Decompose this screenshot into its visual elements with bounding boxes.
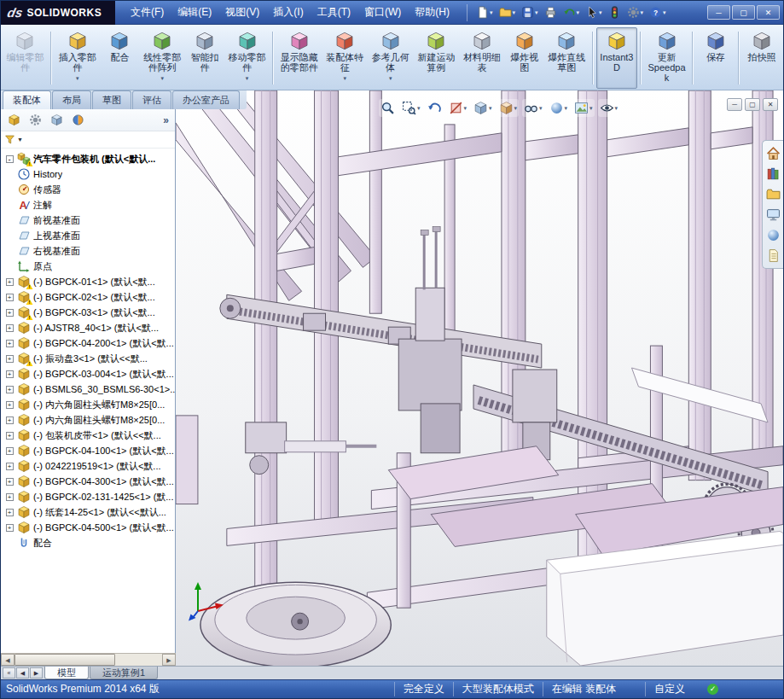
tree-item[interactable]: 原点 — [3, 259, 175, 274]
tree-item[interactable]: + (-) AJSTR8_40<1> (默认<默... — [3, 320, 175, 335]
expand-toggle[interactable]: + — [6, 493, 14, 501]
tree-item[interactable]: + (-) BGPCK-04-300<1> (默认<默... — [3, 474, 175, 489]
filter-funnel-icon[interactable] — [4, 134, 15, 145]
tree-item[interactable]: + (-) 内六角圆柱头螺钉M8×25[0... — [3, 397, 175, 412]
tree-item[interactable]: + (-) BGPCK-02<1> (默认<默... — [3, 289, 175, 305]
previous-view-icon[interactable]: ▾ — [426, 99, 444, 117]
tab-scroll-left-button[interactable]: ◀ — [16, 667, 29, 679]
ribbon-button[interactable]: 新建运动算例 ▾ — [414, 27, 460, 89]
command-tab[interactable]: 评估 — [132, 90, 171, 109]
help-icon[interactable]: ▾ — [648, 4, 668, 21]
tree-item[interactable]: + (-) BGPCK-04-500<1> (默认<默... — [3, 520, 175, 535]
menu-item[interactable]: 编辑(E) — [171, 3, 218, 22]
tab-scroll-first-button[interactable]: « — [3, 667, 15, 679]
tree-item[interactable]: 上视基准面 — [3, 228, 175, 243]
tree-item[interactable]: + (-) BGPCK-04-200<1> (默认<默... — [3, 335, 175, 351]
expand-toggle[interactable]: + — [6, 324, 14, 332]
zoom-fit-icon[interactable]: ▾ — [379, 99, 397, 117]
rebuild-icon[interactable]: ▾ — [607, 4, 623, 21]
solidworks-resources-icon[interactable] — [766, 146, 781, 160]
expand-toggle[interactable]: + — [6, 416, 14, 424]
ribbon-button[interactable]: 参考几何体 ▾ — [368, 27, 414, 89]
custom-properties-icon[interactable] — [766, 248, 781, 263]
tree-item[interactable]: 注解 — [3, 197, 175, 213]
file-explorer-icon[interactable] — [766, 187, 781, 201]
close-button[interactable]: ✕ — [757, 5, 780, 20]
model-tab[interactable]: 模型 — [44, 667, 89, 679]
ribbon-button[interactable]: Instant3D ▾ — [596, 27, 637, 89]
command-tab[interactable]: 办公室产品 — [172, 90, 240, 109]
model-tab[interactable]: 运动算例1 — [90, 667, 158, 679]
expand-toggle[interactable]: + — [6, 432, 14, 440]
maximize-button[interactable]: ▢ — [732, 5, 755, 20]
menu-item[interactable]: 工具(T) — [311, 3, 357, 22]
dimxpert-manager-tab-icon[interactable] — [68, 112, 87, 129]
new-document-icon[interactable]: ▾ — [474, 4, 495, 21]
tree-item[interactable]: + (-) BGPCK-03-004<1> (默认<默... — [3, 366, 175, 382]
output-box[interactable] — [547, 487, 783, 666]
tree-item[interactable]: + (-) 包装机皮带<1> (默认<<默... — [3, 428, 175, 443]
ribbon-button[interactable]: 配合 ▾ — [100, 27, 139, 89]
ribbon-button[interactable]: 插入零部件 ▾ — [55, 27, 101, 89]
scroll-track[interactable] — [115, 654, 162, 666]
3d-model-view[interactable] — [176, 90, 783, 666]
tree-item[interactable]: + (-) BGPCK-04-100<1> (默认<默... — [3, 443, 175, 458]
ribbon-button[interactable]: 显示隐藏的零部件 ▾ — [276, 27, 322, 89]
tree-item[interactable]: + (-) 0242219519<1> (默认<默... — [3, 458, 175, 474]
expand-toggle[interactable]: + — [6, 340, 14, 347]
tab-scroll-right-button[interactable]: ▶ — [30, 667, 43, 679]
ribbon-button[interactable]: 保存 ▾ — [696, 27, 735, 89]
ribbon-button[interactable]: 线性零部件阵列 ▾ — [139, 27, 185, 89]
menu-item[interactable]: 视图(V) — [218, 3, 266, 22]
filter-dropdown-caret[interactable]: ▼ — [17, 137, 23, 143]
tree-item[interactable]: 配合 — [3, 535, 175, 550]
scroll-thumb[interactable] — [15, 654, 115, 666]
view-settings-icon[interactable]: ▾ — [598, 99, 620, 117]
options-gear-icon[interactable]: ▾ — [625, 4, 646, 21]
ribbon-button[interactable]: 爆炸视图 ▾ — [505, 27, 544, 89]
tree-item[interactable]: 前视基准面 — [3, 213, 175, 228]
menu-item[interactable]: 文件(F) — [124, 3, 171, 22]
menu-item[interactable]: 帮助(H) — [408, 3, 456, 22]
tree-item[interactable]: + (-) BGPCK-02-131-1425<1> (默... — [3, 489, 175, 504]
ribbon-button[interactable]: 拍快照 ▾ — [742, 27, 781, 89]
minimize-button[interactable]: ─ — [707, 5, 730, 20]
panel-expand-chevron[interactable]: » — [160, 114, 171, 126]
feature-manager-tab-icon[interactable] — [4, 112, 23, 129]
ribbon-button[interactable]: 智能扣件 ▾ — [185, 27, 224, 89]
expand-toggle[interactable]: + — [6, 401, 14, 409]
expand-toggle[interactable]: + — [6, 463, 14, 470]
open-document-icon[interactable]: ▾ — [497, 4, 518, 21]
command-tab[interactable]: 布局 — [52, 90, 91, 109]
tree-item[interactable]: - 汽车零件包装机 (默认<默认... — [3, 151, 175, 166]
section-view-icon[interactable]: ▾ — [447, 99, 469, 117]
expand-toggle[interactable]: + — [6, 447, 14, 455]
expand-toggle[interactable]: + — [6, 355, 14, 363]
tree-item[interactable]: + (-) 振动盘3<1> (默认<<默... — [3, 351, 175, 366]
print-icon[interactable]: ▾ — [543, 4, 559, 21]
expand-toggle[interactable]: + — [6, 386, 14, 393]
tree-item[interactable]: 右视基准面 — [3, 243, 175, 259]
command-tab[interactable]: 草图 — [92, 90, 131, 109]
doc-restore-button[interactable]: ▢ — [745, 98, 760, 111]
doc-minimize-button[interactable]: ─ — [727, 98, 742, 111]
apply-scene-icon[interactable]: ▾ — [572, 99, 595, 117]
command-tab[interactable]: 装配体 — [3, 90, 51, 109]
tree-item[interactable]: + (-) BGPCK-03<1> (默认<默... — [3, 305, 175, 320]
zoom-area-icon[interactable]: ▾ — [400, 99, 422, 117]
ribbon-button[interactable]: 材料明细表 ▾ — [459, 27, 505, 89]
menu-item[interactable]: 窗口(W) — [357, 3, 408, 22]
undo-icon[interactable]: ▾ — [561, 4, 582, 21]
hide-show-items-icon[interactable]: ▾ — [522, 99, 544, 117]
expand-toggle[interactable]: + — [6, 478, 14, 486]
scroll-left-button[interactable]: ◀ — [1, 654, 15, 666]
tree-item[interactable]: + (-) 纸套14-25<1> (默认<<默认... — [3, 504, 175, 520]
display-style-icon[interactable]: ▾ — [497, 99, 520, 117]
menu-item[interactable]: 插入(I) — [266, 3, 310, 22]
edit-appearance-icon[interactable]: ▾ — [548, 99, 570, 117]
panel-horizontal-scrollbar[interactable]: ◀ ▶ — [1, 653, 176, 666]
ribbon-button[interactable]: 更新Speedpak ▾ — [644, 27, 689, 89]
ribbon-button[interactable]: 装配体特征 ▾ — [322, 27, 369, 89]
configuration-manager-tab-icon[interactable] — [47, 112, 66, 129]
ribbon-button[interactable]: 编辑零部件 ▾ — [3, 27, 48, 89]
